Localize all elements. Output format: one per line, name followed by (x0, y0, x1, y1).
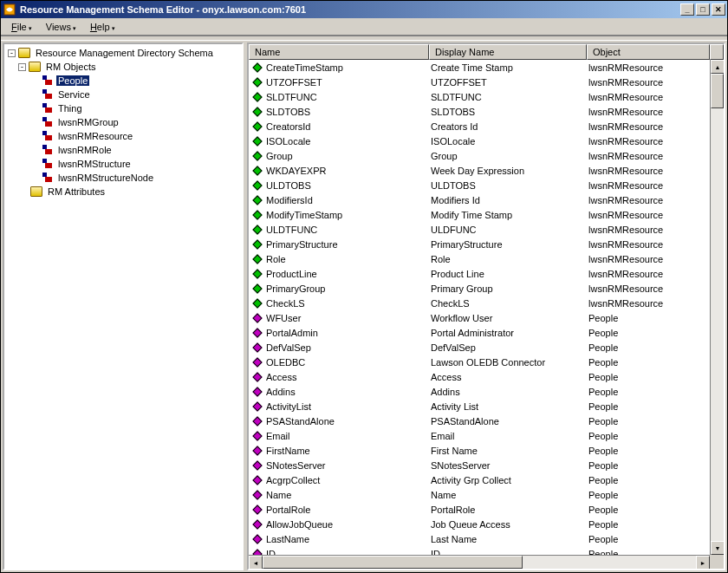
table-row[interactable]: PortalAdminPortal AdministratorPeople (249, 325, 724, 340)
scroll-track[interactable] (711, 108, 724, 541)
cell-object: People (588, 460, 724, 471)
diamond-icon (252, 460, 262, 470)
cell-display: Last Name (431, 534, 588, 544)
tree-item[interactable]: Service (6, 88, 240, 101)
titlebar[interactable]: Resource Management Schema Editor - onyx… (1, 1, 727, 18)
table-row[interactable]: FirstNameFirst NamePeople (249, 443, 724, 458)
table-row[interactable]: ULDTOBSULDTOBSlwsnRMResource (249, 178, 724, 192)
table-row[interactable]: SLDTOBSSLDTOBSlwsnRMResource (249, 104, 724, 119)
cell-name: DefValSep (266, 342, 431, 353)
column-header-display[interactable]: Display Name (429, 44, 587, 60)
table-row[interactable]: RoleRolelwsnRMResource (249, 251, 724, 266)
table-row[interactable]: PrimaryStructurePrimaryStructurelwsnRMRe… (249, 237, 724, 251)
cell-name: ULDTFUNC (266, 225, 431, 235)
table-row[interactable]: PortalRolePortalRolePeople (249, 502, 724, 517)
table-row[interactable]: PrimaryGroupPrimary GrouplwsnRMResource (249, 281, 724, 296)
table-row[interactable]: ISOLocaleISOLocalelwsnRMResource (249, 133, 724, 148)
table-row[interactable]: UTZOFFSETUTZOFFSETlwsnRMResource (249, 75, 724, 89)
table-row[interactable]: SLDTFUNCSLDTFUNClwsnRMResource (249, 89, 724, 104)
scroll-down-button[interactable]: ▼ (711, 541, 725, 555)
menubar: File▾ Views▾ Help▾ (1, 18, 727, 36)
menu-views[interactable]: Views▾ (41, 20, 81, 34)
scroll-thumb[interactable] (711, 74, 724, 108)
tree-rm-attributes[interactable]: RM Attributes (6, 185, 240, 199)
cell-name: CreateTimeStamp (266, 62, 431, 73)
tree-item[interactable]: lwsnRMResource (6, 129, 240, 143)
diamond-icon (252, 107, 262, 116)
cell-object: People (588, 475, 724, 485)
menu-help[interactable]: Help▾ (85, 20, 120, 34)
column-header-name[interactable]: Name (249, 44, 429, 60)
list-headers: Name Display Name Object (249, 44, 724, 60)
table-row[interactable]: DefValSepDefValSepPeople (249, 340, 724, 355)
cell-display: Group (431, 151, 588, 161)
cell-name: Email (266, 431, 431, 441)
cell-object: lwsnRMResource (588, 210, 724, 220)
tree-rm-objects[interactable]: - RM Objects (6, 60, 240, 74)
cell-name: ProductLine (266, 269, 431, 279)
horizontal-scrollbar[interactable]: ◄ ► (249, 555, 710, 569)
table-row[interactable]: AllowJobQueueJob Queue AccessPeople (249, 517, 724, 531)
tree-root[interactable]: - Resource Management Directory Schema (6, 46, 240, 60)
table-row[interactable]: ULDTFUNCULDFUNClwsnRMResource (249, 222, 724, 237)
cell-name: SLDTOBS (266, 107, 431, 117)
tree-root-label: Resource Management Directory Schema (34, 48, 215, 58)
table-row[interactable]: ActivityListActivity ListPeople (249, 399, 724, 413)
scroll-up-button[interactable]: ▲ (711, 60, 725, 74)
tree-item[interactable]: lwsnRMStructure (6, 157, 240, 171)
tree-item-label: Service (56, 89, 92, 100)
collapse-icon[interactable]: - (8, 49, 16, 57)
table-row[interactable]: NameNamePeople (249, 487, 724, 502)
object-icon (42, 89, 53, 100)
cell-name: PrimaryGroup (266, 283, 431, 294)
cell-name: Access (266, 372, 431, 382)
scroll-left-button[interactable]: ◄ (249, 556, 263, 570)
scroll-track[interactable] (523, 556, 696, 569)
scroll-right-button[interactable]: ► (696, 556, 710, 570)
table-row[interactable]: PSAStandAlonePSAStandAlonePeople (249, 413, 724, 428)
cell-display: Job Queue Access (431, 519, 588, 530)
scroll-thumb[interactable] (263, 556, 523, 569)
cell-display: Name (431, 490, 588, 500)
table-row[interactable]: AcgrpCollectActivity Grp CollectPeople (249, 472, 724, 487)
cell-object: People (588, 446, 724, 456)
table-row[interactable]: OLEDBCLawson OLEDB ConnectorPeople (249, 355, 724, 369)
table-row[interactable]: CreateTimeStampCreate Time StamplwsnRMRe… (249, 60, 724, 75)
table-row[interactable]: AccessAccessPeople (249, 369, 724, 384)
column-header-object[interactable]: Object (587, 44, 710, 60)
table-row[interactable]: ModifiersIdModifiers IdlwsnRMResource (249, 192, 724, 207)
table-row[interactable]: SNotesServerSNotesServerPeople (249, 458, 724, 472)
table-row[interactable]: EmailEmailPeople (249, 428, 724, 443)
tree-panel[interactable]: - Resource Management Directory Schema -… (3, 42, 244, 570)
tree-item[interactable]: lwsnRMRole (6, 143, 240, 157)
cell-display: SNotesServer (431, 460, 588, 471)
tree-item-label: lwsnRMStructureNode (56, 173, 155, 183)
tree-item[interactable]: Thing (6, 101, 240, 115)
table-row[interactable]: CreatorsIdCreators IdlwsnRMResource (249, 119, 724, 133)
collapse-icon[interactable]: - (18, 63, 26, 71)
object-icon (42, 103, 53, 114)
table-row[interactable]: ModifyTimeStampModify Time StamplwsnRMRe… (249, 207, 724, 222)
cell-display: Creators Id (431, 121, 588, 132)
cell-display: Primary Group (431, 283, 588, 294)
tree-item[interactable]: lwsnRMStructureNode (6, 171, 240, 185)
table-row[interactable]: ProductLineProduct LinelwsnRMResource (249, 266, 724, 281)
table-row[interactable]: GroupGrouplwsnRMResource (249, 148, 724, 163)
vertical-scrollbar[interactable]: ▲ ▼ (710, 60, 724, 555)
close-button[interactable]: ✕ (712, 3, 725, 16)
table-row[interactable]: WFUserWorkflow UserPeople (249, 310, 724, 325)
tree-item[interactable]: People (6, 74, 240, 88)
diamond-icon (252, 121, 262, 131)
list-body[interactable]: CreateTimeStampCreate Time StamplwsnRMRe… (249, 60, 724, 569)
menu-file[interactable]: File▾ (6, 20, 37, 34)
table-row[interactable]: CheckLSCheckLSlwsnRMResource (249, 296, 724, 310)
table-row[interactable]: AddinsAddinsPeople (249, 384, 724, 399)
minimize-button[interactable]: _ (680, 3, 694, 16)
tree-item[interactable]: lwsnRMGroup (6, 115, 240, 129)
diamond-icon (252, 151, 262, 160)
table-row[interactable]: WKDAYEXPRWeek Day ExpressionlwsnRMResour… (249, 163, 724, 178)
cell-object: People (588, 342, 724, 353)
maximize-button[interactable]: □ (696, 3, 710, 16)
table-row[interactable]: LastNameLast NamePeople (249, 531, 724, 546)
cell-display: ULDFUNC (431, 225, 588, 235)
